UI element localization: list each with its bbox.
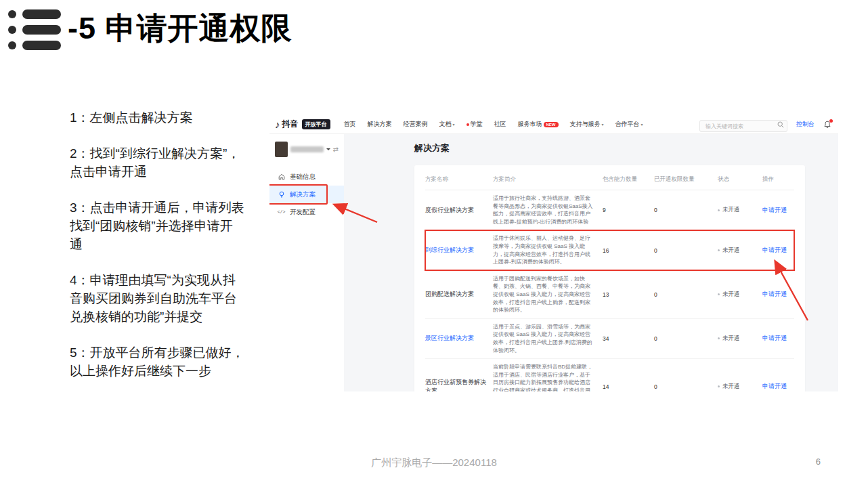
step-2: 2：找到“到综行业解决方案”，点击申请开通 xyxy=(70,144,244,181)
console-link[interactable]: 控制台 xyxy=(796,120,815,129)
open-platform-badge: 开放平台 xyxy=(302,119,330,129)
status-badge: 未开通 xyxy=(718,247,758,255)
page-title: -5 申请开通权限 xyxy=(68,8,292,49)
chevron-down-icon: ▾ xyxy=(641,122,643,127)
sidebar-item-dev-config[interactable]: </> 开发配置 xyxy=(269,203,344,221)
chevron-down-icon: ▾ xyxy=(453,122,455,127)
nav-item-solutions[interactable]: 解决方案 xyxy=(368,120,392,129)
sidebar-item-label: 解决方案 xyxy=(290,190,316,199)
apply-button[interactable]: 申请开通 xyxy=(762,383,787,389)
console-sidebar: ⇄ 基础信息 解决方案 xyxy=(269,134,344,391)
opened-count: 0 xyxy=(654,270,718,318)
douyin-open-platform-screenshot: ♪ 抖音 开放平台 首页 解决方案 经营案例 文档▾ 学堂 社区 服务市场NEW… xyxy=(269,115,838,391)
table-header-row: 方案名称 方案简介 包含能力数量 已开通权限数量 状态 操作 xyxy=(425,169,794,190)
sidebar-menu: 基础信息 解决方案 </> 开发配置 xyxy=(269,168,344,221)
col-header-action: 操作 xyxy=(762,169,794,190)
plan-desc: 适用于旅行社商家，支持线路游、酒景套餐等商品形态，为商家提供收银SaaS接入能力… xyxy=(493,190,603,230)
notification-dot xyxy=(829,119,833,123)
notification-bell-icon[interactable] xyxy=(823,121,831,129)
page-number: 6 xyxy=(816,457,821,467)
abilities-count: 34 xyxy=(603,318,654,358)
home-icon xyxy=(278,173,285,180)
lightbulb-icon xyxy=(278,191,285,198)
caret-icon xyxy=(326,148,330,150)
opened-count: 0 xyxy=(654,318,718,358)
status-dot-icon xyxy=(718,209,720,211)
section-title: 解决方案 xyxy=(414,142,805,154)
plan-desc: 适用于景点、游乐园、滑雪场等，为商家提供收银 SaaS 接入能力，提高商家经营效… xyxy=(493,318,603,358)
bullet-list-icon xyxy=(8,7,61,50)
table-row: 景区行业解决方案 适用于景点、游乐园、滑雪场等，为商家提供收银 SaaS 接入能… xyxy=(425,318,794,358)
nav-item-community[interactable]: 社区 xyxy=(494,120,506,129)
avatar xyxy=(275,142,288,157)
console-main: 解决方案 方案名称 方案简介 包含能力数量 已开通权限数量 状态 xyxy=(344,134,838,391)
table-row: 酒店行业新预售券解决方案 当前阶段申请需要联系抖音BD提前建联，适用于酒店、民宿… xyxy=(425,359,794,391)
table-row: 团购配送解决方案 适用于团购配送到家的餐饮场景，如快餐、奶茶、火锅、西餐、中餐等… xyxy=(425,270,794,318)
opened-count: 0 xyxy=(654,190,718,230)
nav-item-docs[interactable]: 文档▾ xyxy=(439,120,455,129)
hot-dot-icon xyxy=(466,123,469,126)
nav-item-support[interactable]: 支持与服务▾ xyxy=(570,120,604,129)
sidebar-item-label: 开发配置 xyxy=(290,208,316,217)
status-dot-icon xyxy=(718,293,720,295)
douyin-logo[interactable]: ♪ 抖音 开放平台 xyxy=(275,119,330,130)
abilities-count: 14 xyxy=(603,359,654,391)
nav-item-market[interactable]: 服务市场NEW xyxy=(518,120,559,129)
col-header-status: 状态 xyxy=(718,169,762,190)
apply-button[interactable]: 申请开通 xyxy=(762,335,787,341)
opened-count: 0 xyxy=(654,359,718,391)
status-dot-icon xyxy=(718,337,720,339)
plan-desc: 适用于团购配送到家的餐饮场景，如快餐、奶茶、火锅、西餐、中餐等，为商家提供收银 … xyxy=(493,270,603,318)
account-switcher[interactable]: ⇄ xyxy=(269,141,344,157)
solutions-card: 方案名称 方案简介 包含能力数量 已开通权限数量 状态 操作 xyxy=(414,165,805,391)
nav-item-home[interactable]: 首页 xyxy=(344,120,356,129)
nav-item-partner[interactable]: 合作平台▾ xyxy=(615,120,643,129)
status-dot-icon xyxy=(718,249,720,251)
status-badge: 未开通 xyxy=(718,383,758,391)
step-4: 4：申请理由填写“为实现从抖音购买团购券到自助洗车平台兑换核销的功能”并提交 xyxy=(70,271,244,326)
plan-desc: 适用于休闲娱乐、丽人、运动健身、足疗按摩等，为商家提供收银 SaaS 接入能力，… xyxy=(493,230,603,270)
sidebar-item-label: 基础信息 xyxy=(290,173,316,182)
top-navbar: ♪ 抖音 开放平台 首页 解决方案 经营案例 文档▾ 学堂 社区 服务市场NEW… xyxy=(269,115,838,134)
nav-right: 控制台 xyxy=(699,119,831,131)
step-1: 1：左侧点击解决方案 xyxy=(70,108,244,127)
col-header-desc: 方案简介 xyxy=(493,169,603,190)
search-icon xyxy=(777,121,784,128)
col-header-name: 方案名称 xyxy=(425,169,493,190)
solutions-table: 方案名称 方案简介 包含能力数量 已开通权限数量 状态 操作 xyxy=(425,169,794,391)
plan-desc: 当前阶段申请需要联系抖音BD提前建联，适用于酒店、民宿等酒店行业客户，基于日历房… xyxy=(493,359,603,391)
plan-name: 度假行业解决方案 xyxy=(425,190,493,230)
abilities-count: 16 xyxy=(603,230,654,270)
step-3: 3：点击申请开通后，申请列表找到“团购核销”并选择申请开通 xyxy=(70,198,244,253)
sidebar-item-basic-info[interactable]: 基础信息 xyxy=(269,168,344,186)
col-header-abilities: 包含能力数量 xyxy=(603,169,654,190)
apply-button[interactable]: 申请开通 xyxy=(762,291,787,297)
account-name-redacted xyxy=(290,146,324,152)
abilities-count: 13 xyxy=(603,270,654,318)
instruction-steps: 1：左侧点击解决方案 2：找到“到综行业解决方案”，点击申请开通 3：点击申请开… xyxy=(70,108,244,398)
status-badge: 未开通 xyxy=(718,291,758,299)
table-row: 度假行业解决方案 适用于旅行社商家，支持线路游、酒景套餐等商品形态，为商家提供收… xyxy=(425,190,794,230)
nav-item-school[interactable]: 学堂 xyxy=(466,120,483,129)
search-input[interactable] xyxy=(699,120,787,132)
table-row-highlighted: 到综行业解决方案 适用于休闲娱乐、丽人、运动健身、足疗按摩等，为商家提供收银 S… xyxy=(425,230,794,270)
switch-account-icon[interactable]: ⇄ xyxy=(333,146,339,153)
music-note-icon: ♪ xyxy=(275,119,280,129)
sidebar-item-solutions[interactable]: 解决方案 xyxy=(269,186,344,203)
nav-menu: 首页 解决方案 经营案例 文档▾ 学堂 社区 服务市场NEW 支持与服务▾ 合作… xyxy=(344,120,643,129)
plan-name-link[interactable]: 到综行业解决方案 xyxy=(425,230,493,270)
chevron-down-icon: ▾ xyxy=(602,122,604,127)
slide-header: -5 申请开通权限 xyxy=(8,7,292,50)
presentation-slide: -5 申请开通权限 1：左侧点击解决方案 2：找到“到综行业解决方案”，点击申请… xyxy=(0,0,868,487)
code-icon: </> xyxy=(278,210,285,215)
apply-button[interactable]: 申请开通 xyxy=(762,247,787,253)
nav-item-cases[interactable]: 经营案例 xyxy=(404,120,428,129)
apply-button[interactable]: 申请开通 xyxy=(762,207,787,213)
opened-count: 0 xyxy=(654,230,718,270)
col-header-opened: 已开通权限数量 xyxy=(654,169,718,190)
status-dot-icon xyxy=(718,385,720,387)
abilities-count: 9 xyxy=(603,190,654,230)
status-badge: 未开通 xyxy=(718,335,758,343)
plan-name-link[interactable]: 景区行业解决方案 xyxy=(425,318,493,358)
plan-name: 酒店行业新预售券解决方案 xyxy=(425,359,493,391)
